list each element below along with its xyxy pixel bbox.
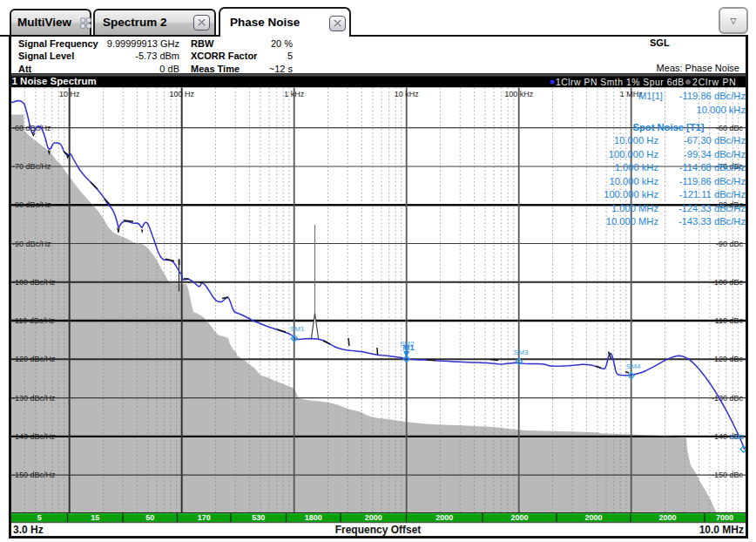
svg-text:-120 dBc: -120 dBc [712, 355, 744, 363]
svg-text:-140 dBc/Hz: -140 dBc/Hz [12, 432, 56, 441]
svg-text:10.000 kHz: 10.000 kHz [609, 176, 658, 186]
svg-text:100.000 kHz: 100.000 kHz [604, 189, 658, 200]
svg-text:-90 dBc: -90 dBc [716, 240, 744, 248]
svg-text:-130 dBc/Hz: -130 dBc/Hz [12, 394, 56, 403]
svg-text:-114.68 dBc/Hz: -114.68 dBc/Hz [679, 162, 746, 173]
svg-text:-119.86 dBc/Hz: -119.86 dBc/Hz [679, 91, 746, 101]
svg-text:-110 dBc/Hz: -110 dBc/Hz [12, 316, 55, 325]
svg-text:1 Noise Spectrum: 1 Noise Spectrum [12, 76, 97, 86]
svg-text:1.000 kHz: 1.000 kHz [615, 162, 659, 173]
svg-text:5: 5 [37, 513, 42, 522]
svg-text:-80 dBc/Hz: -80 dBc/Hz [12, 200, 51, 209]
svg-text:-130 dBc: -130 dBc [712, 394, 744, 403]
svg-text:-150 dBc/Hz: -150 dBc/Hz [12, 471, 56, 479]
svg-text:-143.33 dBc/Hz: -143.33 dBc/Hz [678, 216, 746, 227]
svg-text:Spot Noise [T1]: Spot Noise [T1] [633, 122, 705, 132]
svg-text:SM1: SM1 [290, 325, 305, 333]
svg-text:-90 dBc/Hz: -90 dBc/Hz [12, 240, 51, 248]
svg-text:-121.11 dBc/Hz: -121.11 dBc/Hz [679, 189, 746, 200]
svg-text:Frequency Offset: Frequency Offset [335, 524, 422, 536]
svg-text:100.000 Hz: 100.000 Hz [609, 149, 659, 159]
svg-text:100 Hz: 100 Hz [169, 90, 194, 98]
svg-text:-120 dBc/Hz: -120 dBc/Hz [12, 355, 56, 363]
svg-text:2000: 2000 [365, 513, 382, 522]
svg-text:50: 50 [145, 513, 154, 522]
svg-text:SM4: SM4 [626, 362, 641, 370]
svg-text:1.000 MHz: 1.000 MHz [611, 203, 659, 213]
svg-text:-100 dBc: -100 dBc [712, 278, 744, 287]
svg-text:2000: 2000 [658, 513, 676, 522]
svg-text:2000: 2000 [510, 513, 528, 522]
svg-text:-124.33 dBc/Hz: -124.33 dBc/Hz [678, 203, 746, 213]
svg-text:1 kHz: 1 kHz [284, 90, 305, 98]
svg-text:10.0 MHz: 10.0 MHz [699, 524, 744, 536]
svg-text:170: 170 [198, 513, 211, 522]
svg-text:10.000 Hz: 10.000 Hz [614, 135, 658, 146]
svg-text:10.000 kHz: 10.000 kHz [696, 105, 746, 115]
svg-text:SM5: SM5 [730, 433, 745, 441]
svg-text:-119.86 dBc/Hz: -119.86 dBc/Hz [679, 176, 746, 186]
svg-text:1800: 1800 [305, 513, 322, 522]
svg-text:2000: 2000 [435, 513, 453, 522]
svg-text:10.000 MHz: 10.000 MHz [606, 216, 659, 227]
svg-text:-60 dBc: -60 dBc [716, 124, 744, 132]
svg-text:2000: 2000 [584, 513, 602, 522]
svg-text:-99.34 dBc/Hz: -99.34 dBc/Hz [684, 149, 746, 159]
svg-text:M1[1]: M1[1] [638, 91, 663, 101]
svg-text:10 Hz: 10 Hz [59, 90, 80, 98]
svg-text:15: 15 [91, 513, 99, 522]
svg-text:-67.30 dBc/Hz: -67.30 dBc/Hz [684, 135, 746, 146]
svg-text:M1: M1 [403, 342, 415, 352]
svg-text:2Clrw PN: 2Clrw PN [692, 78, 737, 87]
svg-text:-70 dBc/Hz: -70 dBc/Hz [12, 162, 51, 171]
svg-text:-100 dBc/Hz: -100 dBc/Hz [12, 278, 56, 287]
svg-text:100 kHz: 100 kHz [504, 90, 534, 98]
svg-text:-110 dBc: -110 dBc [712, 316, 744, 325]
svg-text:3.0 Hz: 3.0 Hz [13, 524, 44, 536]
svg-text:SM3: SM3 [514, 349, 529, 356]
svg-text:1Clrw PN Smth 1% Spur 6dB: 1Clrw PN Smth 1% Spur 6dB [556, 78, 685, 87]
svg-text:10 kHz: 10 kHz [395, 90, 420, 98]
svg-text:-150 dBc: -150 dBc [712, 471, 744, 479]
svg-text:7000: 7000 [716, 513, 733, 522]
svg-text:530: 530 [252, 513, 265, 522]
